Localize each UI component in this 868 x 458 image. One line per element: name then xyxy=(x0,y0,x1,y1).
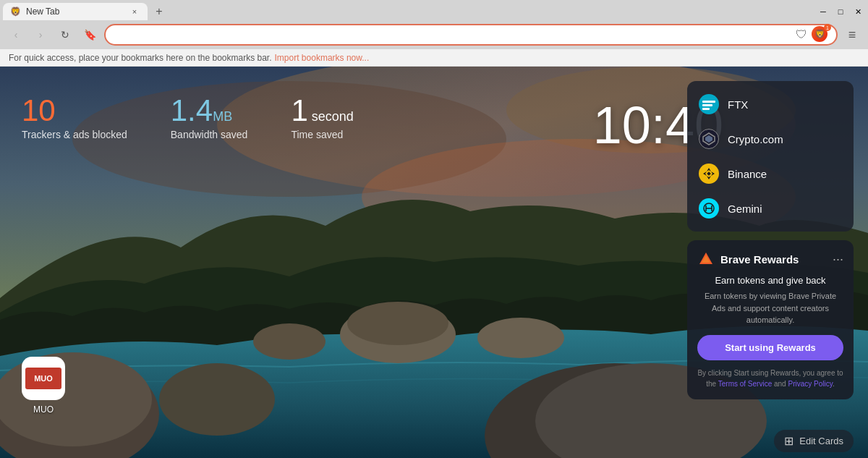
svg-rect-16 xyxy=(702,108,710,110)
cryptocom-icon xyxy=(702,132,716,146)
gemini-logo xyxy=(699,198,719,219)
bookmarks-bar-text: For quick access, place your bookmarks h… xyxy=(9,53,272,63)
site-icon-muq: MUO xyxy=(22,357,65,400)
tab-close-button[interactable]: × xyxy=(129,6,140,17)
top-sites: MUO MUO xyxy=(22,357,65,415)
cryptocom-name: Crypto.com xyxy=(728,133,783,145)
svg-rect-23 xyxy=(707,171,711,176)
binance-name: Binance xyxy=(728,168,767,180)
tab-bar: 🦁 New Tab × + ─ □ ✕ xyxy=(0,0,868,20)
brave-rewards-nav-icon[interactable]: 🦁 1 xyxy=(812,26,829,43)
window-controls: ─ □ ✕ xyxy=(816,4,865,19)
reload-button[interactable]: ↻ xyxy=(55,25,75,45)
new-tab-content: 10 Trackers & ads blocked 1.4MB Bandwidt… xyxy=(0,67,868,458)
hamburger-menu-button[interactable]: ≡ xyxy=(842,25,862,45)
muq-logo: MUO xyxy=(25,368,61,389)
ftx-logo xyxy=(699,94,719,114)
bandwidth-stat: 1.4MB Bandwidth saved xyxy=(171,96,248,140)
svg-marker-18 xyxy=(705,135,712,143)
shield-icon: 🛡 xyxy=(796,28,807,41)
time-value: 1 second xyxy=(291,96,353,126)
rewards-header: Brave Rewards ··· xyxy=(697,250,843,268)
tab-favicon: 🦁 xyxy=(10,7,20,17)
edit-cards-icon: ⊞ xyxy=(784,434,793,448)
rewards-title-row: Brave Rewards xyxy=(697,250,799,268)
svg-marker-19 xyxy=(707,168,711,171)
close-window-button[interactable]: ✕ xyxy=(851,4,865,19)
svg-point-7 xyxy=(253,323,326,360)
rewards-subtitle: Earn tokens and give back xyxy=(697,275,843,286)
gemini-icon xyxy=(702,202,715,215)
crypto-item-binance[interactable]: Binance xyxy=(687,156,854,191)
tab-title: New Tab xyxy=(26,7,123,17)
svg-point-13 xyxy=(159,363,275,436)
binance-logo xyxy=(699,164,719,184)
stats-overlay: 10 Trackers & ads blocked 1.4MB Bandwidt… xyxy=(22,96,354,140)
crypto-item-ftx[interactable]: FTX xyxy=(687,87,854,122)
site-muq[interactable]: MUO MUO xyxy=(22,357,65,415)
svg-point-6 xyxy=(347,302,448,345)
edit-cards-button[interactable]: ⊞ Edit Cards xyxy=(774,430,854,452)
brave-rewards-icon xyxy=(697,250,715,268)
browser-chrome: 🦁 New Tab × + ─ □ ✕ ‹ › ↻ 🔖 🛡 🦁 1 ≡ For … xyxy=(0,0,868,67)
notification-badge: 1 xyxy=(824,24,831,31)
rewards-title: Brave Rewards xyxy=(720,253,799,266)
svg-marker-22 xyxy=(711,171,715,176)
bookmark-button[interactable]: 🔖 xyxy=(80,25,100,45)
back-button[interactable]: ‹ xyxy=(6,25,26,45)
time-stat: 1 second Time saved xyxy=(291,96,353,140)
address-input[interactable] xyxy=(113,30,791,41)
trackers-count: 10 xyxy=(22,96,127,126)
edit-cards-label: Edit Cards xyxy=(799,436,843,446)
rewards-legal-text: By clicking Start using Rewards, you agr… xyxy=(697,368,843,389)
rewards-description: Earn tokens by viewing Brave Private Ads… xyxy=(697,290,843,326)
trackers-label: Trackers & ads blocked xyxy=(22,129,127,140)
crypto-item-gemini[interactable]: Gemini xyxy=(687,191,854,226)
svg-rect-14 xyxy=(702,101,715,103)
brave-rewards-panel: Brave Rewards ··· Earn tokens and give b… xyxy=(687,240,854,399)
site-label-muq: MUO xyxy=(33,404,54,415)
cryptocom-logo xyxy=(699,129,719,149)
time-label: Time saved xyxy=(291,129,353,140)
right-panel: FTX Crypto.com xyxy=(687,81,854,399)
crypto-item-cryptocom[interactable]: Crypto.com xyxy=(687,122,854,156)
svg-marker-20 xyxy=(707,176,711,179)
trackers-stat: 10 Trackers & ads blocked xyxy=(22,96,127,140)
import-bookmarks-link[interactable]: Import bookmarks now... xyxy=(275,53,370,63)
binance-icon xyxy=(702,167,715,180)
gemini-name: Gemini xyxy=(728,203,762,215)
brave-triangle-icon xyxy=(698,251,714,267)
bandwidth-label: Bandwidth saved xyxy=(171,129,248,140)
active-tab[interactable]: 🦁 New Tab × xyxy=(3,3,148,20)
minimize-button[interactable]: ─ xyxy=(816,4,830,19)
forward-button[interactable]: › xyxy=(30,25,51,45)
maximize-button[interactable]: □ xyxy=(833,4,848,19)
crypto-list: FTX Crypto.com xyxy=(687,81,854,232)
rewards-more-button[interactable]: ··· xyxy=(833,252,843,267)
bandwidth-value: 1.4MB xyxy=(171,96,248,126)
bookmarks-bar: For quick access, place your bookmarks h… xyxy=(0,49,868,67)
terms-of-service-link[interactable]: Terms of Service xyxy=(718,380,772,388)
ftx-name: FTX xyxy=(728,98,748,111)
new-tab-button[interactable]: + xyxy=(150,3,168,20)
ftx-icon xyxy=(702,98,715,111)
svg-rect-15 xyxy=(702,104,712,106)
privacy-policy-link[interactable]: Privacy Policy xyxy=(788,380,833,388)
address-bar[interactable]: 🛡 🦁 1 xyxy=(104,24,838,46)
navigation-bar: ‹ › ↻ 🔖 🛡 🦁 1 ≡ xyxy=(0,20,868,49)
start-rewards-button[interactable]: Start using Rewards xyxy=(697,335,843,360)
svg-marker-21 xyxy=(703,171,707,176)
svg-point-8 xyxy=(477,318,564,358)
